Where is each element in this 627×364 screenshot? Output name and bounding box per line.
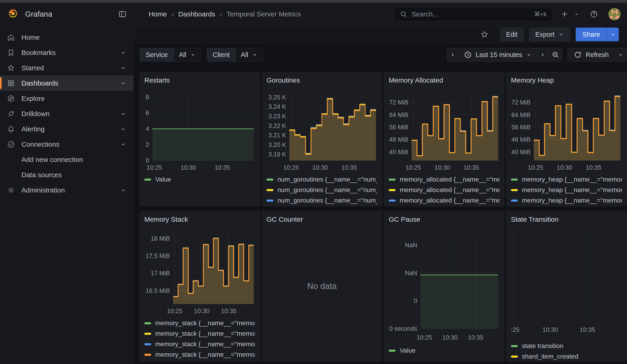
chevron-up-icon[interactable]	[120, 141, 127, 148]
share-dropdown-button[interactable]	[607, 28, 619, 41]
zoom-out-icon	[551, 51, 560, 59]
panel-title: Restarts	[144, 76, 255, 85]
chevron-down-icon[interactable]	[120, 110, 127, 117]
svg-text:3.25 K: 3.25 K	[268, 94, 286, 101]
svg-text:6: 6	[146, 109, 149, 116]
sidebar-item-alerting[interactable]: Alerting	[0, 121, 133, 137]
restarts-chart[interactable]: 0246810:2510:3010:35	[144, 87, 256, 174]
time-shift-forward-button[interactable]	[537, 48, 549, 62]
legend-item[interactable]: memory_allocated {__name__="memo	[389, 185, 500, 195]
panel-memory-allocated[interactable]: Memory Allocated 40 MiB48 MiB56 MiB64 Mi…	[384, 72, 504, 207]
sidebar-item-data-sources[interactable]: Data sources	[0, 167, 133, 182]
refresh-button[interactable]: Refresh	[568, 48, 615, 62]
sidebar-item-starred[interactable]: Starred	[0, 60, 133, 75]
memory-stack-chart[interactable]: 16.5 MiB17 MiB17.5 MiB18 MiB10:2510:3010…	[144, 226, 256, 317]
client-filter-value[interactable]: All	[236, 48, 263, 61]
legend-item[interactable]: memory_stack {__name__="memory_s	[144, 339, 255, 349]
legend-item[interactable]: memory_stack {__name__="memory_s	[144, 349, 255, 360]
svg-text:3.23 K: 3.23 K	[268, 113, 286, 120]
new-plus-icon[interactable]	[560, 10, 569, 18]
legend-swatch	[266, 200, 273, 202]
sidebar-item-administration[interactable]: Administration	[0, 182, 133, 198]
sidebar-item-label: Explore	[21, 95, 127, 103]
favorite-star-icon[interactable]	[480, 30, 489, 39]
legend-item[interactable]: memory_allocated {__name__="memo	[389, 206, 500, 207]
search-input[interactable]: Search... ⌘+k	[394, 7, 552, 21]
time-shift-back-button[interactable]	[447, 48, 459, 62]
svg-text:0:25: 0:25	[511, 326, 519, 333]
sidebar-item-label: Connections	[21, 141, 120, 148]
legend-item[interactable]: memory_heap {__name__="memory_h	[511, 185, 622, 195]
share-button[interactable]: Share	[576, 28, 607, 41]
legend-item[interactable]: shard_item_created	[511, 351, 622, 362]
panel-goroutines[interactable]: Goroutines 3.19 K3.20 K3.21 K3.22 K3.23 …	[262, 72, 382, 207]
legend-item[interactable]: memory_heap {__name__="memory_h	[511, 195, 622, 206]
chevron-down-icon	[618, 52, 624, 58]
panel-title: Goroutines	[266, 76, 377, 85]
zoom-out-button[interactable]	[548, 48, 563, 62]
legend-item[interactable]: num_goroutines {__name__="num_go	[266, 195, 377, 206]
state-transition-chart[interactable]: 0:2510:3010:35	[511, 226, 622, 340]
sidebar-item-home[interactable]: Home	[0, 30, 133, 45]
legend-item[interactable]: Value	[144, 174, 255, 185]
sidebar-item-dashboards[interactable]: Dashboards	[0, 75, 133, 91]
panel-memory-stack[interactable]: Memory Stack 16.5 MiB17 MiB17.5 MiB18 Mi…	[140, 211, 260, 362]
legend-swatch	[511, 200, 518, 202]
sidebar-item-label: Administration	[21, 186, 120, 194]
panel-gc-counter[interactable]: GC Counter No data	[262, 211, 382, 362]
breadcrumb-dashboards[interactable]: Dashboards	[178, 10, 215, 18]
legend-item[interactable]: num_goroutines {__name__="num_go	[266, 174, 377, 185]
legend-label: memory_allocated {__name__="memo	[400, 197, 500, 204]
svg-text:17.5 MiB: 17.5 MiB	[146, 253, 170, 259]
legend-item[interactable]: Value	[389, 345, 500, 356]
legend-item[interactable]: memory_allocated {__name__="memo	[389, 195, 500, 206]
new-chevron-down-icon[interactable]	[574, 11, 579, 17]
legend-item[interactable]: memory_heap {__name__="memory_h	[511, 174, 622, 185]
svg-text:16.5 MiB: 16.5 MiB	[146, 287, 170, 294]
svg-text:48 MiB: 48 MiB	[511, 136, 530, 143]
sidebar-item-bookmarks[interactable]: Bookmarks	[0, 45, 133, 60]
chevron-down-icon	[558, 31, 564, 37]
edit-button[interactable]: Edit	[500, 28, 524, 41]
chevron-down-icon[interactable]	[120, 49, 127, 56]
panel-state-transition[interactable]: State Transition 0:2510:3010:35 state tr…	[506, 211, 627, 362]
memory-heap-chart[interactable]: 40 MiB48 MiB56 MiB64 MiB72 MiB10:2510:30…	[511, 87, 622, 174]
panel-memory-heap[interactable]: Memory Heap 40 MiB48 MiB56 MiB64 MiB72 M…	[506, 72, 627, 207]
sidebar-item-explore[interactable]: Explore	[0, 91, 133, 106]
panel-gc-pause[interactable]: GC Pause 0 seconds0NaNNaN10:2510:3010:35…	[384, 211, 504, 362]
export-button[interactable]: Export	[529, 28, 570, 41]
sidebar-item-label: Drilldown	[21, 110, 120, 118]
sidebar-item-add-new-connection[interactable]: Add new connection	[0, 152, 133, 167]
chevron-down-icon[interactable]	[120, 80, 127, 87]
legend-item[interactable]: state transition	[511, 341, 622, 351]
chevron-down-icon[interactable]	[120, 187, 127, 194]
svg-text:10:35: 10:35	[580, 326, 595, 333]
legend-item[interactable]: memory_stack {__name__="memory_s	[144, 318, 255, 328]
legend-label: memory_allocated {__name__="memo	[400, 186, 500, 194]
panel-restarts[interactable]: Restarts 0246810:2510:3010:35 Value	[140, 72, 260, 207]
breadcrumb-home[interactable]: Home	[149, 10, 167, 18]
time-range-picker[interactable]: Last 15 minutes	[459, 48, 537, 62]
sidebar-toggle-icon[interactable]	[118, 9, 127, 19]
legend-item[interactable]: num_goroutines {__name__="num_go	[266, 206, 377, 207]
legend-item[interactable]: num_goroutines {__name__="num_go	[266, 185, 377, 195]
refresh-interval-dropdown[interactable]	[615, 48, 627, 62]
chevron-down-icon	[252, 52, 258, 58]
chevron-down-icon[interactable]	[120, 126, 127, 133]
service-filter-value[interactable]: All	[174, 48, 201, 61]
legend-item[interactable]: memory_allocated {__name__="memo	[389, 174, 500, 185]
gc-pause-chart[interactable]: 0 seconds0NaNNaN10:2510:3010:35	[389, 226, 500, 345]
sidebar-item-connections[interactable]: Connections	[0, 137, 133, 152]
legend: memory_stack {__name__="memory_smemory_s…	[144, 318, 255, 360]
svg-text:40 MiB: 40 MiB	[389, 149, 408, 156]
legend-item[interactable]: memory_stack {__name__="memory_s	[144, 328, 255, 339]
service-filter-label: Service	[140, 48, 174, 61]
sidebar-item-drilldown[interactable]: Drilldown	[0, 106, 133, 121]
memory-allocated-chart[interactable]: 40 MiB48 MiB56 MiB64 MiB72 MiB10:2510:30…	[389, 87, 500, 174]
svg-text:72 MiB: 72 MiB	[511, 99, 530, 106]
help-icon[interactable]	[590, 10, 598, 18]
user-avatar[interactable]	[608, 8, 621, 20]
goroutines-chart[interactable]: 3.19 K3.20 K3.21 K3.22 K3.23 K3.24 K3.25…	[266, 87, 378, 174]
chevron-down-icon[interactable]	[120, 64, 127, 71]
legend-item[interactable]: memory_heap {__name__="memory_h	[511, 206, 622, 207]
